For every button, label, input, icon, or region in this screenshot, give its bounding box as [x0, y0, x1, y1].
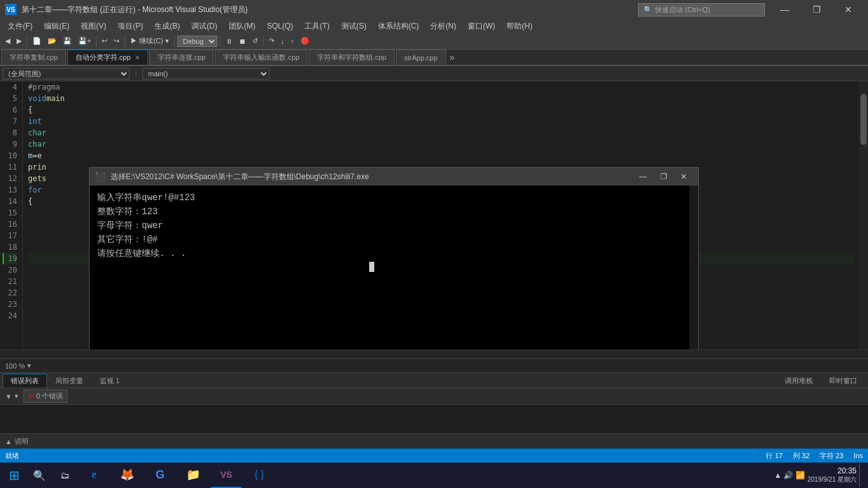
tab-strcopy-label: 字符串复制.cpp	[10, 53, 58, 62]
tab-immediate[interactable]: 即时窗口	[821, 374, 865, 388]
scrollbar-thumb[interactable]	[860, 94, 867, 145]
menu-project[interactable]: 项目(P)	[112, 19, 148, 33]
tab-strarray[interactable]: 字符串和字符数组.cpp	[309, 50, 395, 65]
title-bar: VS 第十二章——字符数组 (正在运行) - Microsoft Visual …	[0, 0, 868, 19]
tab-locals[interactable]: 局部变量	[47, 374, 92, 388]
error-toolbar: ▼ ▾ ✕ 0 个错误	[0, 388, 868, 405]
zoom-label: 100 %	[5, 362, 25, 370]
menu-team[interactable]: 团队(M)	[224, 19, 261, 33]
scope-dropdown-left[interactable]: (全局范围)	[3, 68, 130, 79]
console-line-4: 其它字符：!@#	[97, 233, 691, 247]
vs-logo: VS	[5, 4, 17, 15]
stop-button[interactable]: ⏹	[236, 34, 248, 48]
menu-build[interactable]: 生成(B)	[149, 19, 185, 33]
console-controls: — ❐ ✕	[634, 169, 693, 184]
menu-test[interactable]: 测试(S)	[336, 19, 372, 33]
menu-view[interactable]: 视图(V)	[76, 19, 111, 33]
save-all-button[interactable]: 💾+	[76, 34, 93, 48]
new-project-button[interactable]: 📄	[30, 34, 44, 48]
taskbar-explorer[interactable]: 📁	[178, 463, 208, 488]
toolbar: ◀ ▶ 📄 📂 💾 💾+ ↩ ↪ ▶ 继续(C) ▾ Debug ⏸ ⏹ ↺ ↷…	[0, 33, 868, 50]
window-controls: — ❐ ✕	[770, 0, 863, 19]
error-count-btn[interactable]: ✕ 0 个错误	[24, 390, 67, 403]
taskbar-google[interactable]: G	[145, 463, 175, 488]
console-close[interactable]: ✕	[674, 169, 693, 184]
search-button[interactable]: 🔍	[28, 463, 51, 488]
tab-error-list[interactable]: 错误列表	[3, 374, 47, 388]
error-filter-btn[interactable]: ▼ ▾	[5, 392, 18, 400]
tab-scroll-right[interactable]: »	[447, 52, 458, 62]
code-line-10: m=e	[28, 150, 854, 161]
menu-tools[interactable]: 工具(T)	[299, 19, 334, 33]
task-view-button[interactable]: 🗂	[53, 463, 76, 488]
vs-taskbar-icon: VS	[219, 467, 234, 482]
error-desc-bar: ▲ 说明	[0, 433, 868, 449]
horizontal-scrollbar[interactable]	[0, 349, 868, 358]
back-button[interactable]: ◀	[3, 34, 13, 48]
taskbar-vscode[interactable]: { }	[244, 463, 275, 488]
tab-autoclassify-close[interactable]: ✕	[135, 54, 140, 61]
tab-strapp[interactable]: strApp.cpp	[396, 50, 446, 65]
tab-strcopy[interactable]: 字符串复制.cpp	[1, 50, 66, 65]
tab-watch1[interactable]: 监视 1	[92, 374, 128, 388]
console-body: 输入字符串qwer!@#123 整数字符：123 字母字符：qwer 其它字符：…	[90, 186, 698, 349]
menu-analyze[interactable]: 分析(N)	[425, 19, 461, 33]
forward-button[interactable]: ▶	[14, 34, 24, 48]
tab-autoclassify[interactable]: 自动分类字符.cpp ✕	[67, 50, 148, 65]
quick-search-label[interactable]: 快速启动 (Ctrl+Q)	[655, 5, 710, 15]
save-button[interactable]: 💾	[60, 34, 74, 48]
bottom-tab-bar: 错误列表 局部变量 监视 1 调用堆栈 即时窗口	[0, 373, 868, 388]
scope-dropdown-right[interactable]: main()	[142, 68, 269, 79]
clock-time: 20:35	[808, 466, 857, 475]
taskbar-edge[interactable]: e	[79, 463, 109, 488]
step-out[interactable]: ↑	[288, 34, 297, 48]
taskbar-firefox[interactable]: 🦊	[112, 463, 142, 488]
toolbar-sep-5	[220, 36, 220, 47]
continue-button[interactable]: ▶ 继续(C) ▾	[128, 34, 171, 48]
tab-strconcat[interactable]: 字符串连接.cpp	[149, 50, 214, 65]
start-button[interactable]: ⊞	[3, 463, 25, 488]
filter-icon: ▼	[5, 393, 12, 400]
vertical-scrollbar[interactable]	[859, 81, 868, 349]
step-over[interactable]: ↷	[266, 34, 277, 48]
show-desktop[interactable]	[859, 464, 863, 487]
toolbar-sep-6	[263, 36, 264, 47]
google-icon: G	[153, 467, 168, 482]
restore-button[interactable]: ❐	[802, 0, 831, 19]
undo-button[interactable]: ↩	[99, 34, 110, 48]
debug-config-dropdown[interactable]: Debug	[177, 36, 217, 47]
status-ready: 就绪	[5, 451, 19, 461]
minimize-button[interactable]: —	[770, 0, 799, 19]
bottom-panel: 错误列表 局部变量 监视 1 调用堆栈 即时窗口 ▼ ▾ ✕ 0 个错误 ▲ 说…	[0, 372, 868, 449]
breakpoint-button[interactable]: 🔴	[298, 34, 312, 48]
tab-callstack[interactable]: 调用堆栈	[776, 374, 821, 388]
tab-strio[interactable]: 字符串输入输出函数.cpp	[215, 50, 308, 65]
taskbar-vs[interactable]: VS	[211, 463, 241, 488]
menu-window[interactable]: 窗口(W)	[463, 19, 500, 33]
redo-button[interactable]: ↪	[111, 34, 122, 48]
console-icon: ⬛	[95, 172, 105, 182]
status-col: 列 32	[793, 451, 810, 461]
console-minimize[interactable]: —	[634, 169, 653, 184]
close-button[interactable]: ✕	[834, 0, 863, 19]
menu-arch[interactable]: 体系结构(C)	[373, 19, 424, 33]
console-scrollbar[interactable]	[689, 186, 698, 349]
menu-debug[interactable]: 调试(D)	[186, 19, 222, 33]
console-cursor	[369, 262, 374, 272]
quick-search-icon: 🔍	[644, 6, 653, 14]
console-restore[interactable]: ❐	[654, 169, 673, 184]
tab-strconcat-label: 字符串连接.cpp	[158, 53, 206, 62]
step-into[interactable]: ↓	[278, 34, 287, 48]
pause-button[interactable]: ⏸	[223, 34, 235, 48]
menu-file[interactable]: 文件(F)	[3, 19, 37, 33]
systray-icons[interactable]: ▲ 🔊 📶	[774, 471, 805, 480]
zoom-dropdown-icon[interactable]: ▾	[27, 362, 31, 370]
open-button[interactable]: 📂	[45, 34, 59, 48]
menu-edit[interactable]: 编辑(E)	[39, 19, 74, 33]
menu-sql[interactable]: SQL(Q)	[262, 19, 298, 33]
taskbar: ⊞ 🔍 🗂 e 🦊 G 📁 VS { } ▲ 🔊 📶 20:35 2019/9/…	[0, 463, 868, 488]
restart-button[interactable]: ↺	[250, 34, 261, 48]
edge-icon: e	[86, 467, 102, 482]
tab-autoclassify-label: 自动分类字符.cpp	[76, 53, 131, 62]
menu-help[interactable]: 帮助(H)	[501, 19, 538, 33]
